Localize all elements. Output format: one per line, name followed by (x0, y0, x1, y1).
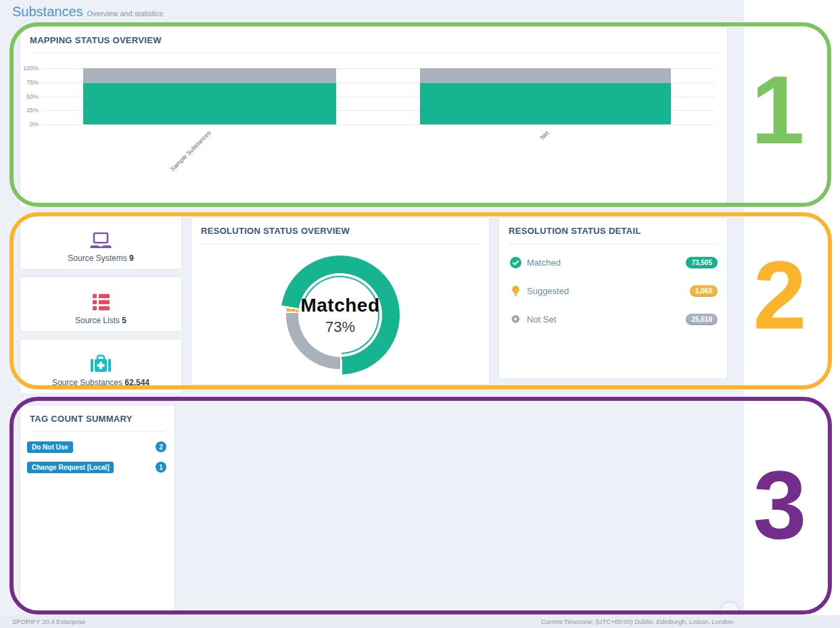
card-value: 9 (129, 253, 134, 263)
detail-row-suggested: Suggested 1,069 (510, 284, 718, 297)
source-lists-card[interactable]: Source Lists 5 (20, 277, 181, 331)
do-not-use-tag[interactable]: Do Not Use (27, 441, 73, 453)
lightbulb-icon (510, 285, 521, 297)
do-not-use-count: 2 (156, 441, 166, 452)
substances-dashboard: SubstancesOverview and statistics MAPPIN… (0, 0, 840, 628)
y-axis-tick-25: 25% (20, 107, 39, 114)
divider (30, 431, 165, 432)
y-axis-tick-75: 75% (20, 79, 39, 86)
detail-label: Not Set (527, 314, 686, 324)
tag-summary-title: TAG COUNT SUMMARY (30, 414, 133, 424)
detail-label: Suggested (527, 286, 690, 296)
card-label: Source Lists 5 (20, 316, 181, 325)
annotation-number-2: 2 (743, 247, 817, 343)
timezone-label: Current Timezone: (UTC+00:00) Dublin, Ed… (541, 618, 733, 625)
donut-center-text: Matched 73% (281, 256, 400, 375)
x-axis-label-net: Net (539, 129, 551, 141)
tag-row-change-request: Change Request [Local] 1 (27, 461, 166, 473)
footer: SPORIFY 20.4 Enterprise Current Timezone… (0, 615, 840, 628)
not-set-count-badge: 25,518 (686, 314, 718, 325)
first-aid-kit-icon (20, 339, 181, 375)
laptop-icon (20, 215, 181, 250)
change-request-tag[interactable]: Change Request [Local] (27, 462, 114, 473)
mapping-status-panel: MAPPING STATUS OVERVIEW 100% 75% 50% 25%… (20, 27, 727, 207)
card-label: Source Systems 9 (20, 253, 181, 263)
resolution-overview-title: RESOLUTION STATUS OVERVIEW (201, 226, 350, 236)
list-icon (20, 277, 181, 312)
page-header: SubstancesOverview and statistics (12, 4, 163, 20)
card-value: 5 (122, 316, 126, 325)
y-axis-tick-0: 0% (20, 121, 39, 128)
y-axis-tick-100: 100% (20, 65, 39, 72)
resolution-detail-title: RESOLUTION STATUS DETAIL (509, 226, 641, 236)
source-systems-card[interactable]: Source Systems 9 (20, 215, 181, 269)
stacked-bar-net[interactable] (420, 68, 671, 124)
page-title: Substances (12, 4, 83, 19)
y-axis-tick-50: 50% (20, 93, 39, 100)
app-version-label: SPORIFY 20.4 Enterprise (12, 618, 86, 625)
card-value: 62.544 (124, 378, 149, 387)
annotation-number-3: 3 (743, 457, 817, 553)
detail-row-matched: Matched 73,505 (510, 256, 718, 269)
resolution-status-overview-panel: RESOLUTION STATUS OVERVIEW Matched 73% (191, 218, 489, 384)
suggested-count-badge: 1,069 (690, 285, 718, 297)
divider (30, 53, 718, 53)
x-axis-label-sample-substances: Sample Substances (169, 129, 212, 172)
donut-center-label: Matched (300, 295, 379, 316)
gear-icon (510, 314, 521, 325)
matched-count-badge: 73,505 (686, 257, 718, 268)
resolution-status-detail-panel: RESOLUTION STATUS DETAIL Matched 73,505 … (499, 218, 727, 379)
gridline-0 (42, 124, 715, 125)
divider (509, 243, 718, 244)
page-subtitle: Overview and statistics (87, 9, 163, 18)
detail-row-not-set: Not Set 25,518 (510, 312, 718, 326)
divider (201, 243, 480, 244)
tag-row-do-not-use: Do Not Use 2 (27, 441, 166, 453)
detail-label: Matched (527, 258, 686, 268)
stacked-bar-sample-substances[interactable] (83, 68, 336, 124)
donut-chart[interactable]: Matched 73% (281, 256, 400, 375)
annotation-number-1: 1 (741, 62, 815, 158)
donut-center-value: 73% (325, 318, 355, 336)
tag-count-summary-panel: TAG COUNT SUMMARY Do Not Use 2 Change Re… (20, 406, 174, 612)
mapping-status-title: MAPPING STATUS OVERVIEW (30, 35, 162, 45)
source-substances-card[interactable]: Source Substances 62.544 (20, 339, 181, 393)
check-circle-icon (510, 257, 521, 268)
change-request-count: 1 (156, 462, 166, 473)
card-label: Source Substances 62.544 (20, 378, 181, 387)
